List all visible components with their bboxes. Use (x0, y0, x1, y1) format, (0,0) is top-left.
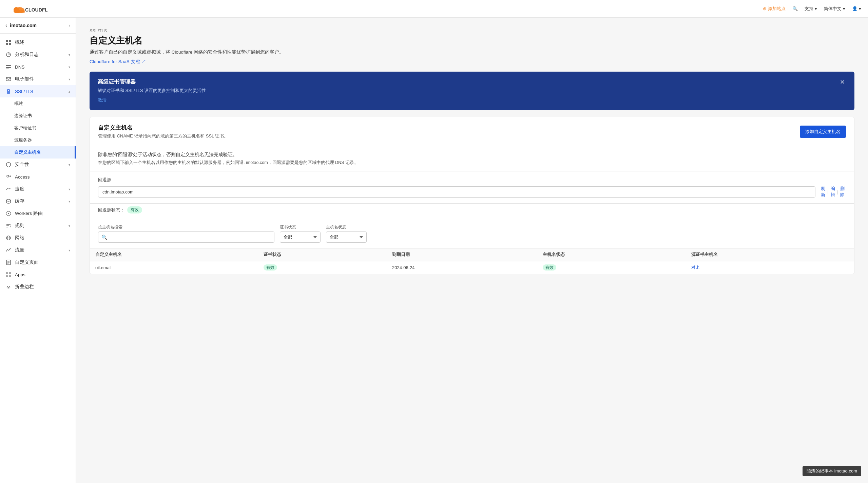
search-icon: 🔍 (792, 6, 798, 11)
svg-point-16 (9, 188, 10, 189)
sidebar-header: ‹ imotao.com › (0, 18, 76, 34)
access-icon (5, 174, 12, 180)
add-custom-hostname-button[interactable]: 添加自定义主机名 (800, 126, 846, 138)
back-arrow-icon[interactable]: ‹ (5, 22, 7, 29)
chevron-up-icon: ▴ (69, 90, 70, 93)
sidebar-item-access[interactable]: Access (0, 171, 76, 183)
sidebar-item-label: 源服务器 (14, 137, 70, 143)
apps-icon (5, 272, 12, 278)
fallback-delete-link[interactable]: 删除 (839, 186, 846, 198)
banner-content: 高级证书管理器 解锁对证书和 SSL/TLS 设置的更多控制和更大的灵活性 激活 (98, 78, 838, 103)
sidebar-item-scrape-shield[interactable]: 折叠边栏 (0, 281, 76, 293)
hostname-status-filter-group: 主机名状态 全部 (326, 224, 367, 243)
source-cert-link[interactable]: 对比 (691, 265, 699, 270)
sidebar-item-email[interactable]: 电子邮件 ▾ (0, 73, 76, 85)
svg-rect-8 (9, 43, 11, 45)
sidebar-item-label: 自定义页面 (15, 259, 70, 265)
sidebar-item-label: 客户端证书 (14, 125, 70, 131)
sidebar-item-ssl-custom-hostname[interactable]: 自定义主机名 (0, 146, 76, 159)
sidebar-item-label: 网络 (15, 235, 70, 241)
add-site-label: 添加站点 (768, 6, 786, 12)
support-button[interactable]: 支持 ▾ (805, 6, 817, 12)
svg-point-19 (8, 213, 9, 214)
svg-point-2 (20, 10, 25, 13)
chevron-down-icon: ▾ (815, 6, 817, 11)
sidebar-item-workers[interactable]: Workers 路由 (0, 207, 76, 220)
sidebar-item-cache[interactable]: 缓存 ▾ (0, 195, 76, 207)
sidebar-item-dns[interactable]: DNS ▾ (0, 61, 76, 73)
sidebar-item-security[interactable]: 安全性 ▾ (0, 159, 76, 171)
sidebar-item-label: DNS (15, 64, 65, 70)
svg-rect-31 (9, 275, 11, 277)
sidebar-item-ssl-client[interactable]: 客户端证书 (0, 122, 76, 134)
fold-icon (5, 284, 12, 290)
grid-icon (5, 39, 12, 45)
site-name[interactable]: imotao.com (10, 23, 37, 28)
sidebar-item-label: 概述 (14, 100, 70, 107)
cert-status-filter-group: 证书状态 全部 (280, 224, 321, 243)
fallback-edit-link[interactable]: 编辑 (829, 186, 836, 198)
sidebar-item-custom-pages[interactable]: 自定义页面 (0, 256, 76, 268)
svg-point-17 (6, 199, 11, 201)
sidebar-item-label: 分析和日志 (15, 52, 65, 58)
sidebar-item-label: 规则 (15, 223, 65, 229)
sidebar-item-speed[interactable]: 速度 ▾ (0, 183, 76, 195)
add-site-button[interactable]: ⊕ 添加站点 (763, 6, 786, 12)
language-button[interactable]: 简体中文 ▾ (824, 6, 845, 12)
cell-cert-status: 有效 (258, 261, 387, 274)
col-expiry: 到期日期 (387, 248, 537, 261)
separator: | (837, 189, 838, 194)
sidebar: ‹ imotao.com › 概述 分析和日志 ▾ (0, 18, 76, 483)
sidebar-item-apps[interactable]: Apps (0, 268, 76, 281)
page-section-label: SSL/TLS (90, 29, 854, 33)
cert-status-select[interactable]: 全部 (280, 231, 321, 243)
banner-close-button[interactable]: ✕ (838, 78, 846, 86)
search-button[interactable]: 🔍 (792, 6, 798, 11)
docs-link[interactable]: Cloudflare for SaaS 文档 ↗ (90, 59, 146, 65)
notice-main-text: 除非您的'回退源'处于活动状态，否则自定义主机名无法完成验证。 (98, 152, 846, 158)
svg-rect-12 (6, 69, 9, 69)
cell-hostname: oil.email (90, 261, 258, 274)
page-title: 自定义主机名 (90, 35, 854, 47)
chevron-down-icon: ▾ (843, 6, 845, 11)
dns-icon (5, 64, 12, 70)
user-icon: 👤 (852, 6, 857, 11)
hostname-search-input[interactable] (98, 231, 274, 243)
sidebar-item-ssl[interactable]: SSL/TLS ▴ (0, 85, 76, 97)
chevron-down-icon: ▾ (859, 6, 861, 11)
sidebar-item-label: 概述 (15, 39, 70, 45)
banner-activate-link[interactable]: 激活 (98, 97, 107, 103)
cell-expiry: 2024-06-24 (387, 261, 537, 274)
sidebar-item-ssl-origin[interactable]: 源服务器 (0, 134, 76, 146)
sidebar-item-label: 缓存 (15, 198, 65, 204)
sidebar-item-label: Apps (15, 272, 70, 277)
sidebar-item-analytics[interactable]: 分析和日志 ▾ (0, 49, 76, 61)
chart-icon (5, 52, 12, 58)
notice-sub-text: 在您的区域下输入一个主机名以用作您的主机名的默认源服务器，例如回退. imota… (98, 160, 846, 166)
sidebar-item-network[interactable]: 网络 (0, 232, 76, 244)
pages-icon (5, 259, 12, 265)
filter-section: 按主机名搜索 🔍 证书状态 全部 主机名状态 全部 (90, 219, 854, 248)
search-input-wrapper: 🔍 (98, 231, 274, 243)
sidebar-item-rules[interactable]: 规则 ▾ (0, 220, 76, 232)
hostname-status-select[interactable]: 全部 (326, 231, 367, 243)
card-header-left: 自定义主机名 管理使用 CNAME 记录指向您的域的第三方的主机名和 SSL 证… (98, 124, 228, 139)
shield-icon (5, 162, 12, 168)
fallback-label: 回退源 (98, 177, 846, 183)
sidebar-item-ssl-edge[interactable]: 边缘证书 (0, 110, 76, 122)
fallback-refresh-link[interactable]: 刷新 (819, 186, 827, 198)
sidebar-item-label: 电子邮件 (15, 76, 65, 82)
cloudflare-logo[interactable]: CLOUDFLARE (7, 3, 47, 14)
fallback-status-label: 回退源状态： (98, 207, 124, 213)
sidebar-item-traffic[interactable]: 流量 ▾ (0, 244, 76, 256)
sidebar-item-label: 折叠边栏 (15, 284, 70, 290)
fallback-origin-input[interactable] (98, 186, 815, 198)
sidebar-item-ssl-overview[interactable]: 概述 (0, 97, 76, 110)
sidebar-item-label: 自定义主机名 (14, 149, 69, 155)
banner-title: 高级证书管理器 (98, 78, 838, 86)
user-menu-button[interactable]: 👤 ▾ (852, 6, 861, 11)
workers-icon (5, 210, 12, 217)
sidebar-item-overview[interactable]: 概述 (0, 36, 76, 49)
forward-arrow-icon[interactable]: › (69, 23, 70, 28)
svg-text:CLOUDFLARE: CLOUDFLARE (25, 7, 47, 13)
